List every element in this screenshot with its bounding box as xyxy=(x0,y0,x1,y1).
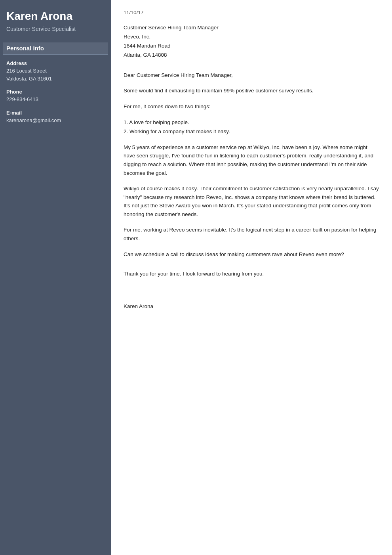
letter-paragraph4: Wikiyo of course makes it easy. Their co… xyxy=(124,184,379,218)
address-line1: 216 Locust Street xyxy=(6,67,105,75)
letter-paragraph5: For me, working at Reveo seems inevitabl… xyxy=(124,226,379,243)
personal-info-heading: Personal Info xyxy=(3,42,108,55)
address-label: Address xyxy=(6,60,105,66)
letter-paragraph3: My 5 years of experience as a customer s… xyxy=(124,143,379,177)
recipient-line4: Atlanta, GA 14808 xyxy=(124,51,379,60)
letter-body: Dear Customer Service Hiring Team Manage… xyxy=(124,71,379,311)
email-block: E-mail karenarona@gmail.com xyxy=(6,110,105,124)
recipient-line2: Reveo, Inc. xyxy=(124,33,379,42)
sidebar: Karen Arona Customer Service Specialist … xyxy=(0,0,111,555)
email-label: E-mail xyxy=(6,110,105,116)
letter-salutation: Dear Customer Service Hiring Team Manage… xyxy=(124,71,379,80)
letter-list: 1. A love for helping people. 2. Working… xyxy=(124,118,379,136)
letter-signature: Karen Arona xyxy=(124,302,379,311)
address-block: Address 216 Locust Street Valdosta, GA 3… xyxy=(6,60,105,82)
letter-closing: Thank you for your time. I look forward … xyxy=(124,270,379,278)
candidate-name: Karen Arona xyxy=(6,10,105,23)
recipient-block: Customer Service Hiring Team Manager Rev… xyxy=(124,23,379,60)
letter-paragraph2: For me, it comes down to two things: xyxy=(124,102,379,111)
letter-date: 11/10/17 xyxy=(124,10,379,15)
candidate-title: Customer Service Specialist xyxy=(6,25,105,33)
letter-content: 11/10/17 Customer Service Hiring Team Ma… xyxy=(111,0,392,555)
letter-paragraph1: Some would find it exhausting to maintai… xyxy=(124,86,379,95)
list-item2: 2. Working for a company that makes it e… xyxy=(124,127,379,136)
letter-paragraph6: Can we schedule a call to discuss ideas … xyxy=(124,250,379,259)
address-line2: Valdosta, GA 31601 xyxy=(6,75,105,83)
list-item1: 1. A love for helping people. xyxy=(124,118,379,127)
phone-label: Phone xyxy=(6,89,105,95)
email-value: karenarona@gmail.com xyxy=(6,117,105,124)
recipient-line1: Customer Service Hiring Team Manager xyxy=(124,23,379,33)
recipient-line3: 1644 Mandan Road xyxy=(124,42,379,51)
phone-value: 229-834-6413 xyxy=(6,96,105,103)
phone-block: Phone 229-834-6413 xyxy=(6,89,105,103)
